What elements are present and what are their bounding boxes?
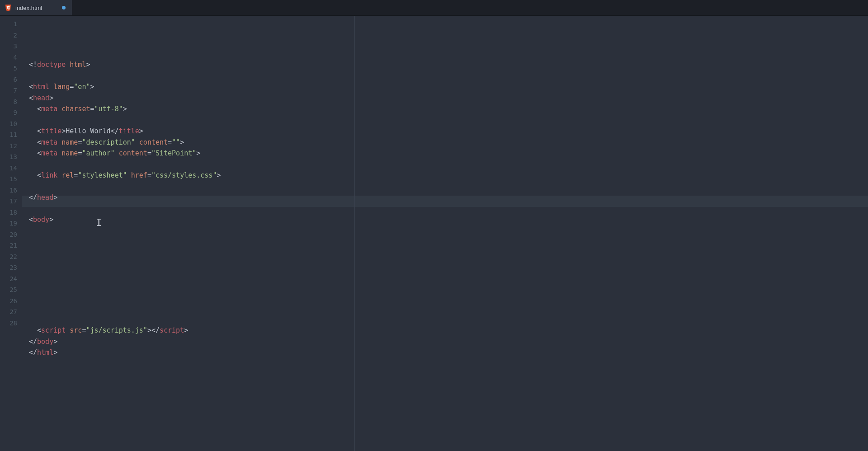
file-tab[interactable]: index.html <box>0 0 72 15</box>
code-line[interactable]: <meta name="description" content=""> <box>29 137 868 148</box>
code-line[interactable]: </html> <box>29 347 868 358</box>
code-line[interactable]: <meta charset="utf-8"> <box>29 103 868 115</box>
file-tab-label: index.html <box>15 5 42 11</box>
line-number: 11 <box>0 129 22 141</box>
line-number: 28 <box>0 318 22 329</box>
line-number: 17 <box>0 196 22 207</box>
code-line[interactable]: <body> <box>29 214 868 226</box>
code-line[interactable]: <link rel="stylesheet" href="css/styles.… <box>29 170 868 181</box>
line-number: 24 <box>0 273 22 285</box>
line-number: 6 <box>0 74 22 85</box>
code-line[interactable]: <title>Hello World</title> <box>29 126 868 137</box>
line-number: 23 <box>0 262 22 273</box>
code-line[interactable] <box>29 292 868 303</box>
line-number: 26 <box>0 296 22 307</box>
code-line[interactable] <box>29 226 868 237</box>
line-number: 27 <box>0 306 22 318</box>
line-number: 1 <box>0 19 22 30</box>
line-number: 7 <box>0 85 22 96</box>
line-number: 4 <box>0 52 22 63</box>
code-line[interactable] <box>29 281 868 292</box>
line-number: 13 <box>0 151 22 163</box>
code-editor[interactable]: 1234567891011121314151617181920212223242… <box>0 16 868 451</box>
code-line[interactable] <box>29 70 868 82</box>
code-line[interactable] <box>29 314 868 325</box>
code-line[interactable] <box>29 270 868 281</box>
line-number: 21 <box>0 240 22 251</box>
code-line[interactable] <box>29 236 868 248</box>
line-number-gutter: 1234567891011121314151617181920212223242… <box>0 16 22 451</box>
code-line[interactable]: </body> <box>29 336 868 348</box>
line-number: 12 <box>0 141 22 152</box>
code-line[interactable] <box>29 181 868 193</box>
line-number: 25 <box>0 284 22 296</box>
line-number: 10 <box>0 118 22 130</box>
line-number: 3 <box>0 41 22 52</box>
code-line[interactable]: <meta name="author" content="SitePoint"> <box>29 148 868 159</box>
code-line[interactable] <box>29 203 868 215</box>
code-line[interactable]: <head> <box>29 93 868 104</box>
line-number: 16 <box>0 185 22 196</box>
line-number: 2 <box>0 30 22 41</box>
tab-bar: index.html <box>0 0 868 16</box>
code-line[interactable] <box>29 248 868 259</box>
line-number: 5 <box>0 63 22 74</box>
line-number: 19 <box>0 218 22 229</box>
code-line[interactable]: <!doctype html> <box>29 59 868 70</box>
code-line[interactable]: </head> <box>29 192 868 203</box>
line-number: 18 <box>0 207 22 218</box>
unsaved-indicator-icon <box>62 6 66 9</box>
code-area[interactable]: I <!doctype html> <html lang="en"><head>… <box>22 16 868 451</box>
line-number: 14 <box>0 163 22 174</box>
code-line[interactable]: <html lang="en"> <box>29 81 868 93</box>
line-number: 8 <box>0 96 22 108</box>
code-line[interactable] <box>29 258 868 270</box>
code-line[interactable] <box>29 159 868 170</box>
code-line[interactable] <box>29 115 868 126</box>
code-line[interactable] <box>29 358 868 370</box>
line-number: 22 <box>0 251 22 263</box>
line-number: 15 <box>0 174 22 185</box>
editor-window: index.html 12345678910111213141516171819… <box>0 0 868 451</box>
code-line[interactable] <box>29 303 868 314</box>
html5-file-icon <box>5 4 12 11</box>
line-number: 9 <box>0 107 22 118</box>
code-line[interactable]: <script src="js/scripts.js"></script> <box>29 325 868 336</box>
line-number: 20 <box>0 229 22 240</box>
